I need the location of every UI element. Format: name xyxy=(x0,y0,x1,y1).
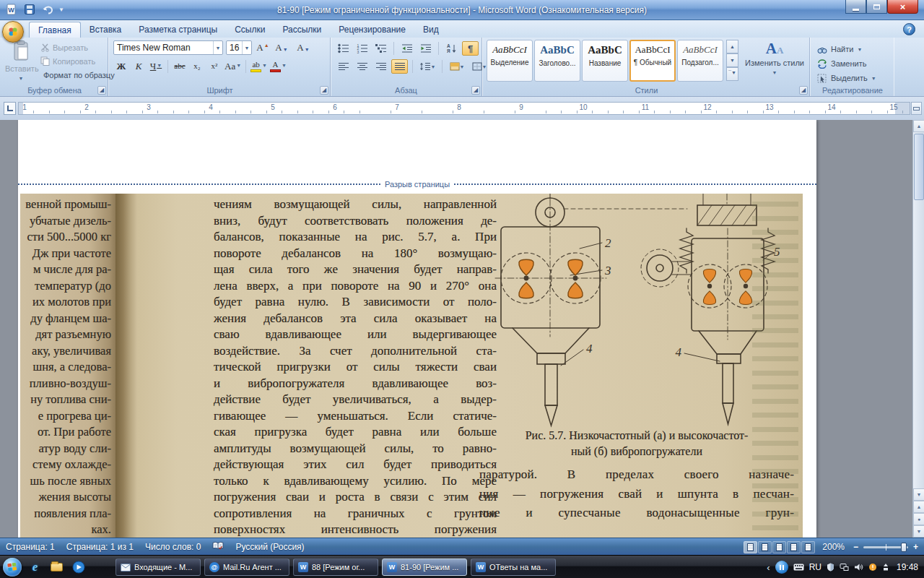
styles-scroll-up-icon[interactable]: ▲ xyxy=(726,40,738,53)
tab-razmetka[interactable]: Разметка страницы xyxy=(130,22,226,38)
font-size-dropdown-icon[interactable]: ▼ xyxy=(242,41,251,54)
status-word-count[interactable]: Число слов: 0 xyxy=(145,542,201,552)
web-layout-view-button[interactable] xyxy=(772,541,786,553)
style-obychnyj[interactable]: AaBbCcI ¶ Обычный xyxy=(629,40,676,82)
network-icon[interactable] xyxy=(840,563,849,571)
scroll-down-icon[interactable]: ▼ xyxy=(913,488,924,501)
align-center-button[interactable] xyxy=(354,59,370,74)
format-painter-button[interactable]: Формат по образцу xyxy=(40,68,107,82)
status-page-of[interactable]: Страница: 1 из 1 xyxy=(66,542,134,552)
maximize-button[interactable] xyxy=(866,0,887,14)
align-left-button[interactable] xyxy=(335,59,352,74)
style-podzagolovok[interactable]: AaBbCcI Подзагол... xyxy=(677,40,723,82)
previous-page-button[interactable]: ▲ xyxy=(913,501,924,513)
hidden-icons-chevron[interactable]: ‹ xyxy=(767,562,770,573)
tab-vid[interactable]: Вид xyxy=(414,22,448,38)
security-shield-icon[interactable] xyxy=(827,563,834,571)
update-icon[interactable] xyxy=(868,563,877,571)
bold-button[interactable]: Ж xyxy=(113,59,129,74)
line-spacing-dropdown-icon[interactable]: ▼ xyxy=(431,64,436,69)
decrease-indent-button[interactable] xyxy=(398,41,415,56)
shading-dropdown-icon[interactable]: ▼ xyxy=(460,64,465,69)
word-app-icon[interactable]: W xyxy=(4,2,19,17)
shrink-font-button[interactable]: А▼ xyxy=(273,40,290,55)
italic-button[interactable]: К xyxy=(131,59,147,74)
style-vydelenie[interactable]: AaBbCcI Выделение xyxy=(487,40,533,82)
media-tray-icon[interactable] xyxy=(775,561,788,574)
highlight-dropdown-icon[interactable]: ▼ xyxy=(262,64,267,69)
font-size-combo[interactable]: 16 ▼ xyxy=(226,40,252,55)
strikethrough-button[interactable]: abc xyxy=(172,59,188,74)
volume-icon[interactable] xyxy=(854,563,863,571)
find-dropdown-icon[interactable]: ▼ xyxy=(857,47,862,52)
numbering-button[interactable]: 123 xyxy=(354,41,370,56)
taskbar-button-doc-otvety[interactable]: W ОТветы на ма... xyxy=(471,558,556,576)
start-button[interactable] xyxy=(3,558,22,577)
shading-button[interactable]: ▼ xyxy=(447,59,467,74)
qat-dropdown-icon[interactable]: ▼ xyxy=(58,7,64,13)
tab-stop-selector[interactable] xyxy=(4,102,16,115)
media-player-icon[interactable] xyxy=(71,559,86,574)
clear-formatting-button[interactable]: А▼ xyxy=(293,40,313,55)
minimize-button[interactable] xyxy=(845,0,866,14)
subscript-button[interactable]: x₂ xyxy=(189,59,205,74)
show-formatting-marks-button[interactable]: ¶ xyxy=(462,41,479,56)
styles-scroll-down-icon[interactable]: ▼ xyxy=(726,53,738,67)
vertical-scrollbar[interactable]: ▲ ▼ ▲ ● ▼ xyxy=(912,120,924,538)
underline-dropdown-icon[interactable]: ▼ xyxy=(157,64,162,69)
save-icon[interactable] xyxy=(22,2,37,17)
view-ruler-toggle-button[interactable] xyxy=(911,102,922,115)
taskbar-button-doc-81-90[interactable]: W 81-90 [Режим ... xyxy=(382,558,467,576)
office-button[interactable] xyxy=(2,21,24,43)
align-right-button[interactable] xyxy=(372,59,389,74)
justify-button[interactable] xyxy=(391,59,408,74)
highlight-button[interactable]: ab ▼ xyxy=(250,59,268,74)
browser-icon[interactable]: e xyxy=(27,559,43,574)
select-dropdown-icon[interactable]: ▼ xyxy=(871,76,876,81)
next-page-button[interactable]: ▼ xyxy=(913,525,924,538)
underline-button[interactable]: Ч▼ xyxy=(148,59,164,74)
tab-recenzirovanie[interactable]: Рецензирование xyxy=(330,22,414,38)
taskbar-clock[interactable]: 19:48 xyxy=(897,562,918,572)
tab-rassylki[interactable]: Рассылки xyxy=(274,22,330,38)
draft-view-button[interactable] xyxy=(801,541,815,553)
styles-gallery-expand-icon[interactable]: ¯▼ xyxy=(726,67,738,81)
taskbar-button-doc-88[interactable]: W 88 [Режим ог... xyxy=(293,558,378,576)
style-zagolovok[interactable]: AaBbC Заголово... xyxy=(534,40,580,82)
select-browse-object-button[interactable]: ● xyxy=(913,513,924,525)
grow-font-button[interactable]: А▲ xyxy=(254,40,271,55)
font-family-combo[interactable]: Times New Roman ▼ xyxy=(113,40,223,55)
spellcheck-icon[interactable] xyxy=(212,541,224,553)
sort-button[interactable]: АЯ xyxy=(443,41,460,56)
language-indicator[interactable]: RU xyxy=(809,562,821,572)
keyboard-icon[interactable] xyxy=(793,564,804,571)
replace-button[interactable]: Заменить xyxy=(817,57,866,70)
line-spacing-button[interactable]: ▼ xyxy=(417,59,437,74)
select-button[interactable]: Выделить ▼ xyxy=(817,72,876,85)
zoom-in-button[interactable]: + xyxy=(912,542,920,552)
document-area[interactable]: Разрыв страницы венной промыш-убчатые ди… xyxy=(0,120,924,538)
increase-indent-button[interactable] xyxy=(417,41,434,56)
bullets-button[interactable] xyxy=(335,41,352,56)
outline-view-button[interactable] xyxy=(787,541,801,553)
undo-icon[interactable] xyxy=(40,2,55,17)
copy-button[interactable]: Копировать xyxy=(40,54,107,68)
horizontal-ruler[interactable]: 123456789101112131415 xyxy=(18,102,910,115)
zoom-track[interactable] xyxy=(863,546,908,548)
status-language[interactable]: Русский (Россия) xyxy=(235,542,304,552)
scanned-book-image[interactable]: венной промыш-убчатые дизель-сти 500...5… xyxy=(20,194,803,538)
zoom-thumb[interactable] xyxy=(901,543,907,552)
paste-button[interactable]: Вставить ▼ xyxy=(5,40,37,83)
zoom-level[interactable]: 200% xyxy=(822,542,845,552)
zoom-slider[interactable]: − + xyxy=(852,542,920,552)
scrollbar-thumb[interactable] xyxy=(914,134,924,200)
font-color-button[interactable]: А ▼ xyxy=(269,59,287,74)
folder-icon[interactable] xyxy=(49,559,64,574)
style-nazvanie[interactable]: AaBbC Название xyxy=(582,40,628,82)
document-page[interactable]: Разрыв страницы венной промыш-убчатые ди… xyxy=(18,120,816,538)
find-button[interactable]: Найти ▼ xyxy=(817,43,862,56)
cut-button[interactable]: Вырезать xyxy=(40,40,107,54)
change-styles-button[interactable]: АA Изменить стили ▼ xyxy=(742,40,807,76)
close-button[interactable]: × xyxy=(887,0,918,14)
tab-vstavka[interactable]: Вставка xyxy=(81,22,131,38)
